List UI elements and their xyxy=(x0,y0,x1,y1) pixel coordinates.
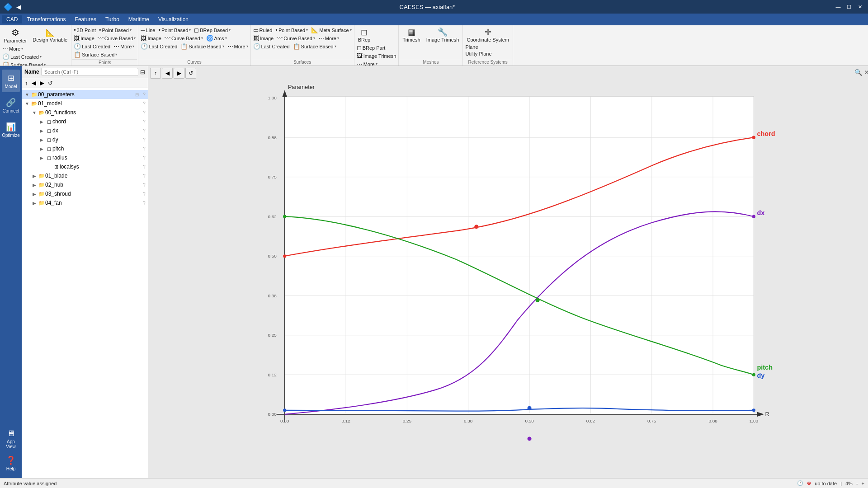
tree-item-01_blade[interactable]: ▶ 📁 01_blade ? xyxy=(22,171,148,180)
ribbon-btn-arcs[interactable]: 🌀Arcs▾ xyxy=(205,34,228,42)
tree-item-01_model[interactable]: ▼ 📂 01_model ? xyxy=(22,99,148,108)
ribbon-btn-surface-based-points[interactable]: 📋Surface Based▾ xyxy=(72,51,118,58)
sidebar-item-connect[interactable]: 🔗 Connect xyxy=(2,94,20,117)
tree-item-localsys[interactable]: ▶ ⊞ localsys ? xyxy=(22,162,148,171)
tree-expand-chord[interactable]: ▶ xyxy=(38,118,45,125)
tree-toolbar-next[interactable]: ▶ xyxy=(38,79,46,87)
ribbon-btn-coordinate-system[interactable]: ✛ Coordinate System xyxy=(464,26,512,43)
ribbon-btn-image-trimesh-mesh[interactable]: 🔧 Image Trimesh xyxy=(424,26,462,43)
status-zoom-in[interactable]: + xyxy=(862,481,864,486)
ribbon-btn-ruled[interactable]: ▭Ruled xyxy=(252,26,274,34)
minimize-button[interactable]: — xyxy=(834,2,843,11)
ribbon-btn-brep-part[interactable]: ◻BRep Part xyxy=(355,44,387,52)
ribbon-btn-image-curves[interactable]: 🖼Image xyxy=(139,34,163,42)
ribbon-btn-line[interactable]: ─Line xyxy=(139,26,156,34)
ribbon-btn-surface-based-surfaces[interactable]: 📋Surface Based▾ xyxy=(292,42,338,50)
ribbon-btn-more-points[interactable]: ⋯More▾ xyxy=(112,42,136,50)
window-controls-back[interactable]: ◀ xyxy=(16,4,21,10)
canvas-btn-next[interactable]: ▶ xyxy=(174,68,184,79)
tree-expand-03_shroud[interactable]: ▶ xyxy=(31,190,38,197)
ribbon-btn-image-surfaces[interactable]: 🖼Image xyxy=(252,34,275,42)
tree-toolbar-prev[interactable]: ◀ xyxy=(30,79,38,87)
ribbon-btn-point-based-curves[interactable]: •Point Based▾ xyxy=(157,26,192,34)
ribbon-btn-more-breps[interactable]: ⋯More▾ xyxy=(355,60,379,66)
tree-item-03_shroud[interactable]: ▶ 📁 03_shroud ? xyxy=(22,189,148,198)
tree-item-radius[interactable]: ▶ ◻ radius ? xyxy=(22,153,148,162)
ribbon-btn-more-surfaces[interactable]: ⋯More▾ xyxy=(317,34,340,42)
sidebar-item-optimize[interactable]: 📊 Optimize xyxy=(2,118,20,141)
ribbon-btn-point-based[interactable]: •Point Based▾ xyxy=(98,26,133,34)
ribbon-btn-last-created-params[interactable]: 🕐Last Created▾ xyxy=(1,53,43,61)
close-button[interactable]: ✕ xyxy=(855,2,864,11)
sidebar-item-model[interactable]: ⊞ Model xyxy=(2,70,20,92)
ribbon-btn-surface-based-params[interactable]: 📋Surface Based▾ xyxy=(1,61,47,66)
svg-text:0.00: 0.00 xyxy=(280,418,289,423)
ribbon-btn-last-created-surfaces[interactable]: 🕐Last Created xyxy=(252,42,291,50)
tree-expand-00_functions[interactable]: ▼ xyxy=(31,109,38,116)
tree-item-pitch[interactable]: ▶ ◻ pitch ? xyxy=(22,144,148,153)
tree-item-action-14: ? xyxy=(141,199,148,206)
tree-toolbar-refresh[interactable]: ↺ xyxy=(47,79,54,87)
ribbon-btn-plane[interactable]: Plane xyxy=(464,44,479,50)
svg-point-54 xyxy=(283,408,286,412)
sidebar-item-help[interactable]: ❓ Help xyxy=(2,452,20,474)
tree-expand-00_parameters[interactable]: ▼ xyxy=(24,91,31,98)
canvas-btn-prev[interactable]: ◀ xyxy=(162,68,173,79)
canvas-btn-up[interactable]: ↑ xyxy=(150,68,161,79)
tree-item-chord[interactable]: ▶ ◻ chord ? xyxy=(22,117,148,126)
tree-expand-01_model[interactable]: ▼ xyxy=(24,100,31,107)
menu-item-turbo[interactable]: Turbo xyxy=(101,15,124,23)
tree-item-action-1: ⊟ xyxy=(133,91,141,98)
ribbon-btn-meta-surface[interactable]: 📐Meta Surface▾ xyxy=(310,26,353,34)
tree-item-04_fan[interactable]: ▶ 📁 04_fan ? xyxy=(22,198,148,207)
ribbon-btn-last-created-curves[interactable]: 🕐Last Created xyxy=(139,42,179,50)
close-icon[interactable]: ✕ xyxy=(864,69,868,76)
canvas-area[interactable]: ↑ ◀ ▶ ↺ 🔍 ✕ xyxy=(148,66,868,478)
ribbon-btn-design-variable[interactable]: 📐 Design Variable xyxy=(30,28,70,43)
ribbon-btn-more-parameters[interactable]: ⋯More▾ xyxy=(1,45,24,52)
ribbon-btn-point-based-surfaces[interactable]: •Point Based▾ xyxy=(274,26,309,34)
ribbon-btn-utility-plane[interactable]: Utility Plane xyxy=(464,51,493,57)
tree-expand-radius[interactable]: ▶ xyxy=(38,154,45,161)
ribbon-btn-curve-based-curves[interactable]: 〰Curve Based▾ xyxy=(163,34,204,42)
tree-item-dy[interactable]: ▶ ◻ dy ? xyxy=(22,135,148,144)
tree-expand-dy[interactable]: ▶ xyxy=(38,136,45,143)
ribbon-btn-image-points[interactable]: 🖼Image xyxy=(72,34,96,42)
tree-expand-dx[interactable]: ▶ xyxy=(38,127,45,134)
tree-filter-icon[interactable]: ⊟ xyxy=(140,69,145,75)
tree-item-dx[interactable]: ▶ ◻ dx ? xyxy=(22,126,148,135)
canvas-close-button[interactable]: 🔍 ✕ xyxy=(857,68,866,77)
maximize-button[interactable]: ☐ xyxy=(844,2,854,11)
search-icon[interactable]: 🔍 xyxy=(854,69,862,76)
ribbon-btn-curve-based-points[interactable]: 〰Curve Based▾ xyxy=(96,34,137,42)
tree-toolbar-expand[interactable]: ↑ xyxy=(24,79,29,87)
ribbon-btn-3d-point[interactable]: •3D Point xyxy=(72,26,97,34)
canvas-btn-refresh[interactable]: ↺ xyxy=(185,68,196,79)
menu-item-transformations[interactable]: Transformations xyxy=(22,15,70,23)
sidebar-item-appview[interactable]: 🖥 App View xyxy=(2,427,20,450)
ribbon-btn-brep[interactable]: ◻ BRep xyxy=(355,26,373,43)
tree-expand-02_hub[interactable]: ▶ xyxy=(31,181,38,188)
svg-text:dy: dy xyxy=(757,372,765,379)
menu-item-maritime[interactable]: Maritime xyxy=(124,15,154,23)
menu-item-visualization[interactable]: Visualization xyxy=(154,15,193,23)
ribbon-btn-curve-based-surfaces[interactable]: 〰Curve Based▾ xyxy=(275,34,316,42)
menu-item-features[interactable]: Features xyxy=(71,15,101,23)
menu-item-cad[interactable]: CAD xyxy=(2,15,22,23)
tree-search-input[interactable] xyxy=(41,68,138,76)
ribbon-btn-more-curves[interactable]: ⋯More▾ xyxy=(226,42,250,50)
tree-expand-01_blade[interactable]: ▶ xyxy=(31,172,38,179)
tree-expand-04_fan[interactable]: ▶ xyxy=(31,199,38,206)
ribbon-btn-parameter[interactable]: ⚙ Parameter xyxy=(1,26,29,44)
ribbon-btn-brep-based-curves[interactable]: ◻BRep Based▾ xyxy=(193,26,232,34)
tree-expand-pitch[interactable]: ▶ xyxy=(38,145,45,152)
ribbon-btn-last-created-points[interactable]: 🕐Last Created xyxy=(72,42,112,50)
ribbon-btn-trimesh[interactable]: ▦ Trimesh xyxy=(400,26,423,43)
ribbon-btn-image-trimesh[interactable]: 🖼Image Trimesh xyxy=(355,52,398,60)
tree-item-00_functions[interactable]: ▼ 📂 00_functions ? xyxy=(22,108,148,117)
status-clock-icon: 🕐 xyxy=(797,480,803,486)
ribbon-btn-surface-based-curves[interactable]: 📋Surface Based▾ xyxy=(179,42,225,50)
tree-item-00_parameters[interactable]: ▼ 📁 00_parameters ⊟ ? xyxy=(22,90,148,99)
status-zoom-out[interactable]: - xyxy=(856,481,858,486)
tree-item-02_hub[interactable]: ▶ 📁 02_hub ? xyxy=(22,180,148,189)
